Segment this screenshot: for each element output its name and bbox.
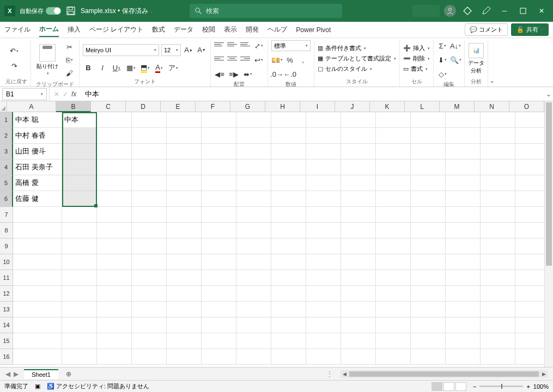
page-layout-view-button[interactable] (443, 382, 454, 391)
cell[interactable] (62, 238, 97, 254)
cell[interactable] (13, 286, 62, 302)
normal-view-button[interactable] (432, 382, 442, 391)
border-button[interactable]: ▦▾ (125, 63, 136, 74)
cell[interactable] (306, 302, 341, 317)
row-header-5[interactable]: 5 (0, 175, 13, 191)
col-header-E[interactable]: E (161, 101, 196, 112)
row-header-14[interactable]: 14 (0, 317, 13, 333)
cell[interactable] (515, 128, 544, 144)
cell[interactable] (132, 175, 167, 191)
cell[interactable] (341, 191, 376, 207)
decrease-indent-button[interactable]: ◀≡ (214, 69, 225, 79)
col-header-I[interactable]: I (300, 101, 335, 112)
delete-cells-button[interactable]: ➖削除▾ (403, 54, 430, 63)
cell[interactable] (132, 317, 167, 333)
increase-font-button[interactable]: A▲ (183, 45, 194, 56)
cell[interactable] (481, 128, 515, 144)
col-header-N[interactable]: N (475, 101, 509, 112)
col-header-C[interactable]: C (91, 101, 126, 112)
cell[interactable] (97, 254, 132, 270)
cell[interactable] (481, 144, 515, 160)
cell[interactable] (271, 317, 306, 333)
cell[interactable] (306, 286, 341, 302)
cell[interactable] (167, 302, 202, 317)
cell[interactable] (13, 349, 62, 365)
cell[interactable] (446, 317, 481, 333)
tab-formulas[interactable]: 数式 (152, 23, 165, 36)
cell[interactable] (515, 270, 544, 286)
cell[interactable] (306, 160, 341, 175)
save-button[interactable] (65, 5, 76, 16)
cell[interactable] (341, 286, 376, 302)
row-header-6[interactable]: 6 (0, 191, 13, 207)
horizontal-scrollbar[interactable]: ◀ ▶ (341, 370, 548, 378)
cell[interactable] (515, 286, 544, 302)
tab-home[interactable]: ホーム (39, 22, 59, 37)
cell[interactable] (62, 207, 97, 223)
cell[interactable] (341, 144, 376, 160)
cell[interactable] (202, 128, 236, 144)
cell[interactable] (341, 238, 376, 254)
cell[interactable] (376, 112, 411, 128)
copy-button[interactable]: ⎘▾ (64, 54, 75, 65)
cell[interactable] (271, 207, 306, 223)
cell[interactable] (446, 333, 481, 349)
cell[interactable] (167, 112, 202, 128)
cell[interactable] (376, 333, 411, 349)
cell[interactable] (132, 128, 167, 144)
row-header-15[interactable]: 15 (0, 333, 13, 349)
font-name-select[interactable]: Meiryo UI▾ (83, 44, 159, 56)
cell[interactable] (446, 302, 481, 317)
autosave-toggle[interactable]: 自動保存 (20, 7, 61, 15)
cancel-formula-icon[interactable]: ✕ (54, 90, 59, 98)
cell[interactable] (515, 144, 544, 160)
italic-button[interactable]: I (97, 63, 108, 74)
cell[interactable] (132, 160, 167, 175)
cell[interactable] (376, 238, 411, 254)
zoom-out-button[interactable]: − (473, 383, 476, 390)
cell[interactable] (97, 191, 132, 207)
cell[interactable]: 高橋 愛 (13, 175, 62, 191)
cell[interactable] (341, 254, 376, 270)
cell[interactable] (341, 302, 376, 317)
cell[interactable] (341, 317, 376, 333)
cell[interactable] (132, 349, 167, 365)
cell[interactable] (411, 207, 446, 223)
col-header-A[interactable]: A (7, 101, 56, 112)
cell[interactable] (306, 270, 341, 286)
cell[interactable] (515, 207, 544, 223)
cell[interactable] (481, 160, 515, 175)
cell[interactable] (62, 270, 97, 286)
cell[interactable] (236, 160, 271, 175)
cell[interactable] (97, 333, 132, 349)
cell[interactable] (481, 317, 515, 333)
pen-icon[interactable] (479, 4, 493, 18)
scrollbar-thumb[interactable] (546, 102, 552, 266)
cell[interactable] (271, 333, 306, 349)
col-header-M[interactable]: M (440, 101, 475, 112)
cell[interactable] (515, 112, 544, 128)
cell[interactable] (236, 349, 271, 365)
cell[interactable] (446, 270, 481, 286)
row-header-7[interactable]: 7 (0, 207, 13, 223)
cell[interactable] (306, 238, 341, 254)
conditional-format-button[interactable]: ▥条件付き書式▾ (318, 44, 396, 53)
cell[interactable] (411, 333, 446, 349)
cell[interactable] (13, 317, 62, 333)
cell[interactable] (515, 254, 544, 270)
redo-button[interactable]: ↷ (9, 61, 20, 72)
minimize-button[interactable]: ─ (497, 4, 512, 18)
col-header-G[interactable]: G (230, 101, 265, 112)
cell[interactable] (376, 286, 411, 302)
cell[interactable] (515, 191, 544, 207)
cell[interactable] (411, 144, 446, 160)
autosum-button[interactable]: Σ▾ (437, 40, 448, 51)
cell[interactable] (271, 191, 306, 207)
zoom-level[interactable]: 100% (533, 383, 549, 390)
fx-icon[interactable]: fx (71, 90, 76, 98)
cell[interactable] (202, 270, 236, 286)
zoom-in-button[interactable]: + (526, 383, 530, 390)
row-header-9[interactable]: 9 (0, 238, 13, 254)
cell[interactable] (376, 302, 411, 317)
cell[interactable] (341, 112, 376, 128)
